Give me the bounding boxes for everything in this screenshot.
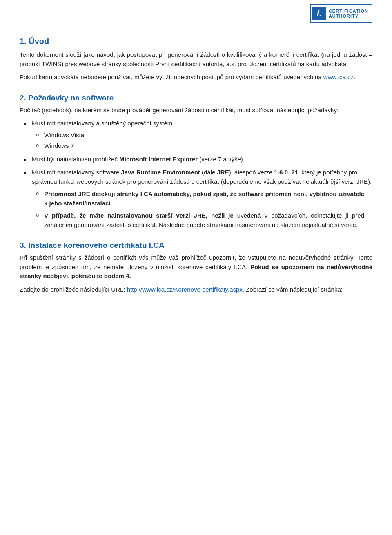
section3-paragraph1: Při spuštění stránky s žádostí o certifi… bbox=[20, 253, 372, 281]
section3-heading: 3. Instalace kořenového certifikátu I.CA bbox=[20, 241, 372, 250]
logo-authority: AUTHORITY bbox=[329, 13, 368, 18]
logo-certification: CERTIFICATION bbox=[329, 9, 368, 13]
logo-text-block: CERTIFICATION AUTHORITY bbox=[329, 9, 368, 18]
ica-link-1[interactable]: www.ica.cz bbox=[323, 74, 354, 80]
korenove-certifikaty-link[interactable]: http://www.ica.cz/Korenove-certifikaty.a… bbox=[127, 286, 243, 293]
jre-sublist: Přítomnost JRE detekují stránky I.CA aut… bbox=[32, 189, 372, 230]
section1-paragraph1: Tento dokument slouží jako návod, jak po… bbox=[20, 50, 372, 69]
page: I. CERTIFICATION AUTHORITY 1. Úvod Tento… bbox=[0, 0, 392, 535]
requirement-jre: Musí mít nainstalovaný software Java Run… bbox=[20, 168, 372, 230]
section1-paragraph2: Pokud kartu advokáta nebudete používat, … bbox=[20, 73, 372, 82]
jre-sub-older: V případě, že máte nainstalovanou starší… bbox=[32, 211, 372, 230]
requirement-os: Musí mít nainstalovaný a spuštěný operač… bbox=[20, 119, 372, 151]
section1-heading: 1. Úvod bbox=[20, 37, 372, 46]
certification-authority-logo: I. CERTIFICATION AUTHORITY bbox=[310, 4, 372, 23]
os-vista: Windows Vista bbox=[32, 131, 372, 140]
section2-heading: 2. Požadavky na software bbox=[20, 94, 372, 103]
os-win7: Windows 7 bbox=[32, 141, 372, 151]
jre-sub-detect: Přítomnost JRE detekují stránky I.CA aut… bbox=[32, 189, 372, 208]
os-sublist: Windows Vista Windows 7 bbox=[32, 131, 372, 151]
requirement-ie: Musí být nainstalován prohlížeč Microsof… bbox=[20, 155, 372, 164]
section3-paragraph2: Zadejte do prohlížeče následující URL: h… bbox=[20, 285, 372, 294]
logo-icon: I. bbox=[312, 7, 326, 20]
requirements-list: Musí mít nainstalovaný a spuštěný operač… bbox=[20, 119, 372, 230]
section2-intro: Počítač (notebook), na kterém se bude pr… bbox=[20, 106, 372, 115]
